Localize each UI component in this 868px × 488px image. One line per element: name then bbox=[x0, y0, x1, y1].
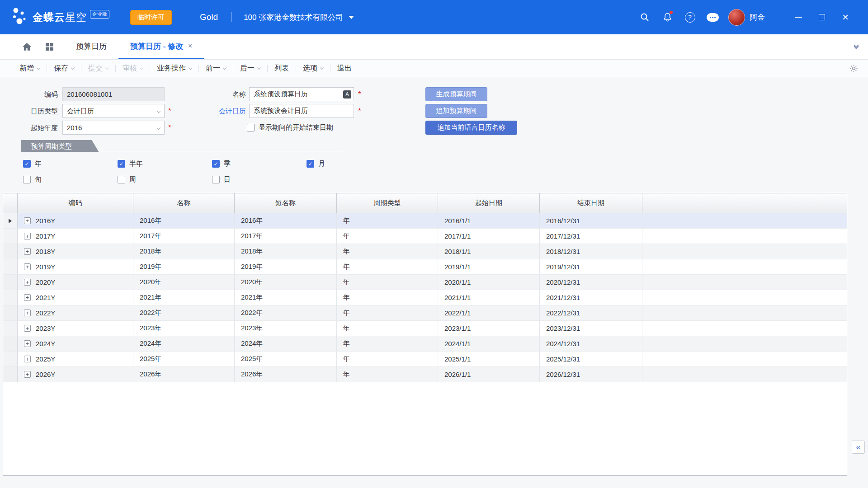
expand-row-icon[interactable]: + bbox=[24, 371, 31, 378]
grid-cell[interactable]: +2016Y bbox=[18, 213, 133, 229]
tab-0[interactable]: 预算日历 bbox=[64, 34, 118, 59]
name-input[interactable] bbox=[249, 87, 354, 101]
grid-cell[interactable]: 2016/12/31 bbox=[540, 213, 642, 229]
toolbar-item-9[interactable]: 退出 bbox=[330, 64, 359, 73]
table-row[interactable]: +2019Y2019年2019年年2019/1/12019/12/31 bbox=[3, 259, 847, 275]
grid-cell[interactable]: 2022年 bbox=[133, 305, 235, 321]
grid-cell[interactable]: 2025/12/31 bbox=[540, 352, 642, 367]
grid-cell[interactable]: 2021/12/31 bbox=[540, 290, 642, 305]
row-selector-cell[interactable] bbox=[3, 290, 18, 305]
gear-icon[interactable] bbox=[849, 64, 858, 73]
grid-cell[interactable]: 2018年 bbox=[133, 244, 235, 259]
grid-column-header-0[interactable]: 编码 bbox=[18, 193, 133, 213]
row-selector-cell[interactable] bbox=[3, 352, 18, 367]
toolbar-item-7[interactable]: 列表 bbox=[268, 64, 296, 73]
grid-cell[interactable]: 2017年 bbox=[235, 229, 337, 244]
grid-cell[interactable]: 2026年 bbox=[235, 367, 337, 382]
close-button[interactable]: × bbox=[834, 8, 857, 26]
table-row[interactable]: +2024Y2024年2024年年2024/1/12024/12/31 bbox=[3, 336, 847, 352]
company-switcher[interactable]: 100 张家港金数技术有限公司 bbox=[244, 12, 354, 23]
generate-budget-periods-button[interactable]: 生成预算期间 bbox=[425, 87, 487, 101]
grid-cell[interactable]: 年 bbox=[337, 213, 438, 229]
grid-cell[interactable]: 2016年 bbox=[235, 213, 337, 229]
grid-cell[interactable]: 年 bbox=[337, 352, 438, 367]
toolbar-item-1[interactable]: 保存 bbox=[47, 64, 81, 73]
grid-cell[interactable]: 年 bbox=[337, 275, 438, 290]
grid-cell[interactable]: 2020年 bbox=[133, 275, 235, 290]
table-row[interactable]: +2017Y2017年2017年年2017/1/12017/12/31 bbox=[3, 229, 847, 244]
grid-column-header-5[interactable]: 结束日期 bbox=[540, 193, 642, 213]
show-period-dates-checkbox[interactable]: 显示期间的开始结束日期 bbox=[247, 121, 333, 135]
grid-cell[interactable]: 2017/1/1 bbox=[438, 229, 540, 244]
grid-cell[interactable]: 年 bbox=[337, 367, 438, 382]
expand-row-icon[interactable]: + bbox=[24, 233, 31, 239]
grid-cell[interactable]: +2019Y bbox=[18, 259, 133, 275]
table-row[interactable]: +2020Y2020年2020年年2020/1/12020/12/31 bbox=[3, 275, 847, 290]
expand-row-icon[interactable]: + bbox=[24, 310, 31, 316]
grid-cell[interactable]: 2023年 bbox=[133, 321, 235, 336]
grid-cell[interactable]: 2018年 bbox=[235, 244, 337, 259]
grid-cell[interactable]: 年 bbox=[337, 336, 438, 352]
grid-cell[interactable]: 2020年 bbox=[235, 275, 337, 290]
multilang-icon[interactable]: A bbox=[343, 90, 351, 99]
start-year-select[interactable]: 2016 bbox=[62, 121, 165, 135]
collapse-panel-button[interactable]: « bbox=[852, 441, 865, 454]
grid-cell[interactable]: +2021Y bbox=[18, 290, 133, 305]
table-row[interactable]: +2018Y2018年2018年年2018/1/12018/12/31 bbox=[3, 244, 847, 259]
table-row[interactable]: +2025Y2025年2025年年2025/1/12025/12/31 bbox=[3, 352, 847, 367]
grid-cell[interactable]: +2022Y bbox=[18, 305, 133, 321]
expand-row-icon[interactable]: + bbox=[24, 248, 31, 255]
grid-cell[interactable]: 2022年 bbox=[235, 305, 337, 321]
home-icon[interactable] bbox=[15, 34, 38, 59]
row-selector-cell[interactable] bbox=[3, 213, 18, 229]
row-selector-cell[interactable] bbox=[3, 259, 18, 275]
grid-cell[interactable]: 年 bbox=[337, 259, 438, 275]
expand-row-icon[interactable]: + bbox=[24, 279, 31, 286]
table-row[interactable]: +2022Y2022年2022年年2022/1/12022/12/31 bbox=[3, 305, 847, 321]
row-selector-cell[interactable] bbox=[3, 336, 18, 352]
help-icon[interactable]: ? bbox=[681, 9, 698, 26]
grid-cell[interactable]: +2024Y bbox=[18, 336, 133, 352]
expand-row-icon[interactable]: + bbox=[24, 294, 31, 301]
toolbar-item-4[interactable]: 业务操作 bbox=[150, 64, 198, 73]
tab-1[interactable]: 预算日历 - 修改× bbox=[118, 34, 204, 59]
period-option-周[interactable]: 周 bbox=[118, 175, 212, 184]
grid-cell[interactable]: 2020/12/31 bbox=[540, 275, 642, 290]
table-row[interactable]: +2023Y2023年2023年年2023/1/12023/12/31 bbox=[3, 321, 847, 336]
row-selector-cell[interactable] bbox=[3, 321, 18, 336]
period-option-月[interactable]: 月 bbox=[307, 160, 401, 168]
grid-cell[interactable]: +2025Y bbox=[18, 352, 133, 367]
user-avatar[interactable] bbox=[728, 9, 745, 26]
grid-cell[interactable]: 2017/12/31 bbox=[540, 229, 642, 244]
grid-cell[interactable]: 2026/1/1 bbox=[438, 367, 540, 382]
code-input[interactable] bbox=[62, 87, 165, 101]
grid-cell[interactable]: 2024年 bbox=[235, 336, 337, 352]
period-type-section-tab[interactable]: 预算周期类型 bbox=[21, 140, 99, 152]
grid-cell[interactable]: 2017年 bbox=[133, 229, 235, 244]
assistant-icon[interactable] bbox=[704, 9, 721, 26]
grid-cell[interactable]: 2026/12/31 bbox=[540, 367, 642, 382]
grid-cell[interactable]: +2026Y bbox=[18, 367, 133, 382]
grid-cell[interactable]: 2022/12/31 bbox=[540, 305, 642, 321]
toolbar-item-8[interactable]: 选项 bbox=[296, 64, 330, 73]
append-current-language-name-button[interactable]: 追加当前语言日历名称 bbox=[425, 121, 517, 135]
grid-cell[interactable]: +2018Y bbox=[18, 244, 133, 259]
grid-cell[interactable]: 2024年 bbox=[133, 336, 235, 352]
expand-row-icon[interactable]: + bbox=[24, 356, 31, 362]
grid-cell[interactable]: 2021年 bbox=[235, 290, 337, 305]
toolbar-item-0[interactable]: 新增 bbox=[13, 64, 47, 73]
toolbar-item-5[interactable]: 前一 bbox=[199, 64, 233, 73]
grid-cell[interactable]: 年 bbox=[337, 290, 438, 305]
grid-column-header-3[interactable]: 周期类型 bbox=[337, 193, 438, 213]
search-icon[interactable] bbox=[636, 9, 653, 26]
grid-cell[interactable]: +2020Y bbox=[18, 275, 133, 290]
grid-cell[interactable]: 2016年 bbox=[133, 213, 235, 229]
grid-cell[interactable]: 2023年 bbox=[235, 321, 337, 336]
grid-column-header-2[interactable]: 短名称 bbox=[235, 193, 337, 213]
grid-cell[interactable]: 年 bbox=[337, 305, 438, 321]
grid-cell[interactable]: 2020/1/1 bbox=[438, 275, 540, 290]
toolbar-item-6[interactable]: 后一 bbox=[233, 64, 267, 73]
grid-cell[interactable]: 2024/1/1 bbox=[438, 336, 540, 352]
grid-cell[interactable]: 2026年 bbox=[133, 367, 235, 382]
grid-column-header-1[interactable]: 名称 bbox=[133, 193, 235, 213]
